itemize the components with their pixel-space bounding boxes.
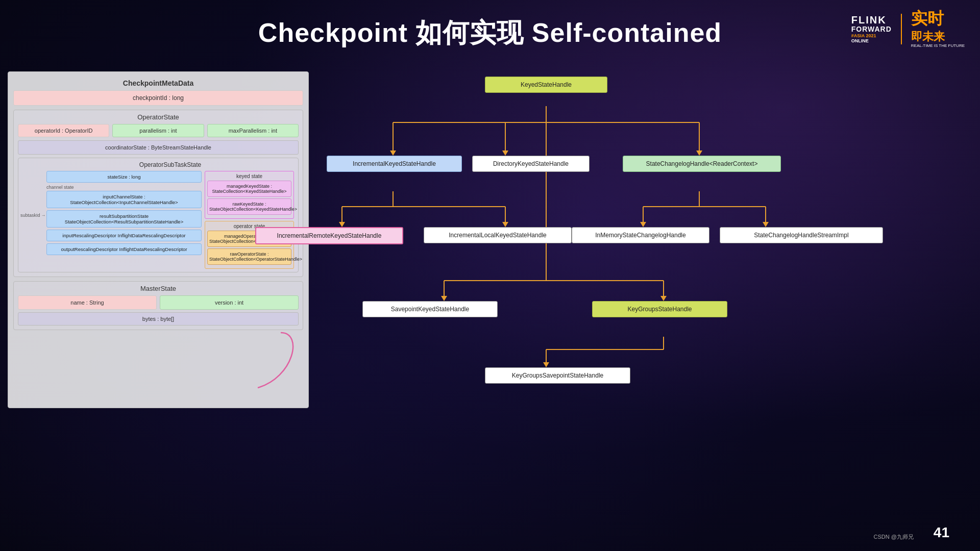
incremental-local-box: IncrementalLocalKeyedStateHandle <box>424 227 572 243</box>
cmd-title: CheckpointMetaData <box>13 75 303 90</box>
parallelism-field: parallelism : int <box>112 124 204 137</box>
flink-logo: FLINK FORWARD #ASIA 2021 ONLINE <box>851 14 892 43</box>
input-rescaling-field: inputRescalingDescriptor InflightDataRes… <box>46 230 202 241</box>
directory-keyed-box: DirectoryKeyedStateHandle <box>472 156 590 172</box>
in-memory-changelog-box: InMemoryStateChangelogHandle <box>572 227 709 243</box>
operator-state-title: OperatorState <box>18 113 299 121</box>
key-groups-box: KeyGroupsStateHandle <box>592 301 727 317</box>
subtask-right-col: keyed state managedKeyedState : StateCol… <box>205 171 294 269</box>
state-changelog-box: StateChangelogHandle<ReaderContext> <box>623 156 781 172</box>
master-state-box: MasterState name : String version : int … <box>13 281 303 330</box>
savepoint-keyed-box: SavepointKeyedStateHandle <box>362 301 498 317</box>
master-version-field: version : int <box>160 295 299 310</box>
master-bytes-field: bytes : byte[] <box>18 312 299 325</box>
managed-keyed-field: managedKeyedState : StateCollection<Keye… <box>207 181 291 197</box>
svg-marker-25 <box>660 296 667 301</box>
svg-marker-17 <box>640 222 646 227</box>
svg-marker-29 <box>543 362 549 367</box>
output-rescaling-field: outputRescalingDescriptor InflightDataRe… <box>46 243 202 255</box>
csdn-label: CSDN @九师兄 <box>874 533 914 541</box>
svg-marker-7 <box>696 151 702 156</box>
svg-marker-11 <box>339 222 345 227</box>
raw-operator-field: rawOperatorState : StateObjectCollection… <box>207 248 291 265</box>
logo-area: FLINK FORWARD #ASIA 2021 ONLINE 实时 即未来 R… <box>851 10 965 48</box>
page-number: 41 <box>934 524 949 541</box>
key-groups-savepoint-box: KeyGroupsSavepointStateHandle <box>485 367 630 384</box>
svg-marker-3 <box>390 151 396 156</box>
right-diagram: KeyedStateHandle IncrementalKeyedStateHa… <box>316 71 970 408</box>
subtask-left-col: stateSize : long channel state inputChan… <box>46 171 202 269</box>
input-channel-field: inputChannelState : StateObjectCollectio… <box>46 191 202 208</box>
raw-keyed-field: rawKeyedState : StateObjectCollection<Ke… <box>207 198 291 215</box>
operator-id-field: operatorId : OperatorID <box>18 124 109 137</box>
subtask-title: OperatorSubTaskState <box>46 161 294 168</box>
keyed-state-handle-box: KeyedStateHandle <box>485 77 607 93</box>
master-state-title: MasterState <box>18 285 299 292</box>
subtask-id-label: subtaskId → <box>20 213 46 218</box>
state-changelog-stream-box: StateChangelogHandleStreamImpl <box>720 227 883 243</box>
page-title: Checkpoint 如何实现 Self-contained <box>0 15 980 51</box>
keyed-state-label: keyed state <box>207 173 291 179</box>
max-parallelism-field: maxParallelism : int <box>207 124 299 137</box>
svg-marker-23 <box>441 296 447 301</box>
svg-marker-13 <box>502 222 508 227</box>
master-fields-row: name : String version : int <box>18 295 299 310</box>
checkpoint-id-box: checkpointId : long <box>13 90 303 106</box>
channel-state-label: channel state <box>46 185 202 190</box>
result-subpartition-field: resultSubpartitionState StateObjectColle… <box>46 210 202 228</box>
incremental-remote-box: IncrementalRemoteKeyedStateHandle <box>255 227 403 244</box>
operator-fields-row: operatorId : OperatorID parallelism : in… <box>18 124 299 137</box>
operator-state-box: OperatorState operatorId : OperatorID pa… <box>13 110 303 277</box>
keyed-state-section: keyed state managedKeyedState : StateCol… <box>205 171 294 219</box>
svg-marker-5 <box>502 151 508 156</box>
svg-marker-19 <box>763 222 769 227</box>
master-name-field: name : String <box>18 295 157 310</box>
incremental-keyed-box: IncrementalKeyedStateHandle <box>327 156 462 172</box>
coordinator-state-field: coordinatorState : ByteStreamStateHandle <box>18 140 299 155</box>
state-size-field: stateSize : long <box>46 171 202 183</box>
